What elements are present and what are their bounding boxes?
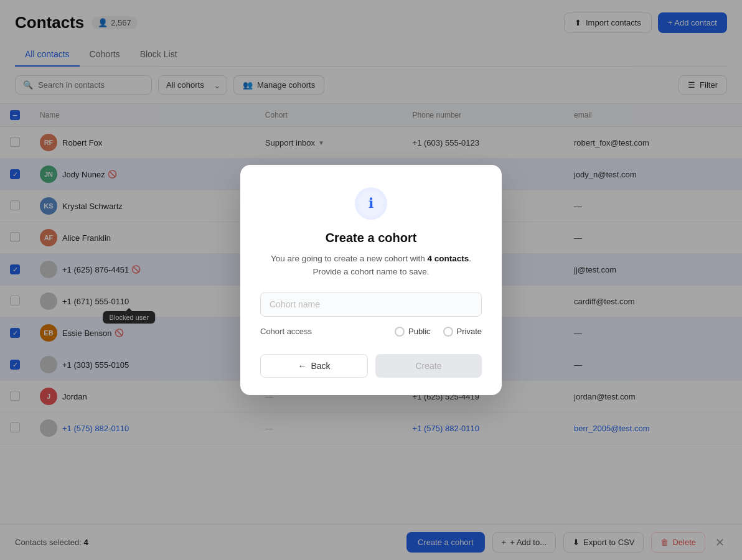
- radio-private-circle: [443, 327, 453, 337]
- create-modal-button[interactable]: Create: [375, 354, 482, 378]
- modal-actions: ← Back Create: [260, 354, 482, 378]
- radio-public[interactable]: Public: [395, 327, 430, 337]
- modal-description: You are going to create a new cohort wit…: [271, 253, 471, 278]
- modal-title: Create a cohort: [326, 231, 417, 245]
- modal-icon-wrap: ℹ: [355, 187, 387, 220]
- create-cohort-modal: ℹ Create a cohort You are going to creat…: [240, 165, 502, 395]
- info-icon: ℹ: [369, 195, 373, 212]
- cohort-name-input[interactable]: [260, 292, 482, 317]
- radio-private[interactable]: Private: [443, 327, 482, 337]
- radio-group: Public Private: [395, 327, 482, 337]
- cohort-access-row: Cohort access Public Private: [260, 327, 482, 337]
- page: Contacts 👤 2,567 ⬆ Import contacts + Add…: [0, 0, 742, 560]
- radio-public-circle: [395, 327, 405, 337]
- modal-overlay: ℹ Create a cohort You are going to creat…: [0, 0, 742, 560]
- back-button[interactable]: ← Back: [260, 354, 368, 378]
- back-arrow-icon: ←: [298, 361, 306, 371]
- cohort-access-label: Cohort access: [260, 327, 312, 336]
